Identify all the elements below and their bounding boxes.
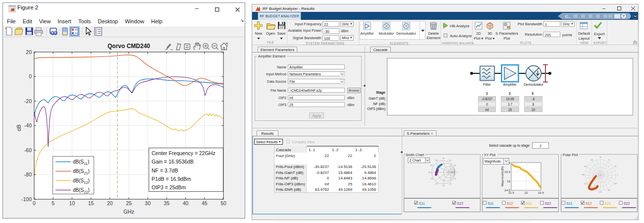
- svg-text:45: 45: [202, 200, 208, 206]
- svg-text:0: 0: [617, 174, 618, 176]
- svg-text:-150: -150: [430, 178, 433, 180]
- svg-text:Amplifier: Amplifier: [503, 83, 517, 87]
- svg-text:GHz: GHz: [123, 209, 134, 215]
- svg-text:Delete: Delete: [428, 31, 439, 36]
- svg-text:Plot ▾: Plot ▾: [474, 36, 483, 41]
- svg-text:Plot ▾: Plot ▾: [485, 36, 495, 41]
- svg-text:90: 90: [442, 158, 444, 160]
- svg-text:-80: -80: [24, 171, 32, 177]
- svg-text:XY Plot: XY Plot: [484, 153, 495, 157]
- svg-text:2: 2: [509, 92, 511, 95]
- svg-text:3: 3: [532, 92, 534, 95]
- svg-text:Demodulator: Demodulator: [524, 83, 544, 86]
- svg-text:-20: -20: [24, 98, 32, 104]
- svg-text:50: 50: [220, 200, 226, 206]
- svg-text:270: 270: [599, 191, 602, 193]
- svg-text:20: 20: [107, 200, 113, 206]
- svg-text:150: 150: [584, 166, 587, 167]
- svg-text:Demodulator: Demodulator: [396, 32, 417, 35]
- svg-text:3D: 3D: [487, 31, 492, 36]
- svg-text:22.5: 22.5: [538, 191, 544, 194]
- svg-text:S22: S22: [624, 201, 630, 206]
- svg-text:60: 60: [608, 159, 610, 161]
- svg-text:PLOTS: PLOTS: [520, 41, 532, 45]
- svg-text:20: 20: [26, 49, 32, 55]
- svg-text:?: ?: [622, 14, 625, 18]
- svg-text:-90: -90: [442, 185, 445, 187]
- svg-text:120: 120: [590, 159, 593, 161]
- svg-text:0: 0: [457, 171, 458, 173]
- svg-text:-120: -120: [435, 183, 438, 185]
- svg-text:FILE: FILE: [267, 41, 274, 44]
- svg-text:120: 120: [435, 160, 438, 162]
- svg-text:10: 10: [69, 200, 75, 206]
- svg-text:S21: S21: [526, 201, 532, 206]
- svg-text:C..: C..: [565, 14, 570, 19]
- svg-text:35: 35: [164, 200, 170, 206]
- svg-text:HARMONIC BALANCE: HARMONIC BALANCE: [442, 41, 474, 45]
- svg-text:Element: Element: [427, 36, 440, 40]
- svg-text:60: 60: [449, 160, 451, 162]
- svg-text:2D: 2D: [476, 31, 481, 36]
- svg-text:180: 180: [429, 171, 431, 173]
- svg-text:Export: Export: [594, 32, 605, 36]
- svg-text:-100: -100: [21, 196, 32, 202]
- svg-text:dB: dB: [16, 124, 22, 131]
- svg-text:Smith Chart: Smith Chart: [406, 153, 424, 157]
- svg-text:-60: -60: [449, 183, 451, 185]
- svg-text:Default: Default: [578, 31, 590, 36]
- svg-text:Auto-Analyze: Auto-Analyze: [450, 34, 472, 38]
- svg-text:14.5: 14.5: [504, 189, 510, 192]
- svg-text:Open: Open: [266, 31, 275, 36]
- svg-text:S11: S11: [419, 201, 425, 206]
- svg-text:0: 0: [33, 200, 36, 206]
- svg-text:S12: S12: [586, 201, 592, 206]
- svg-text:30: 30: [454, 165, 456, 167]
- svg-text:180: 180: [582, 174, 585, 176]
- svg-text:Filter: Filter: [483, 83, 491, 86]
- svg-text:25: 25: [126, 200, 132, 206]
- svg-text:90: 90: [599, 157, 601, 159]
- svg-text:S21: S21: [604, 201, 611, 206]
- svg-text:S12: S12: [507, 201, 513, 206]
- svg-text:S11: S11: [487, 201, 493, 206]
- svg-text:Amplifier: Amplifier: [360, 32, 374, 36]
- svg-text:S22: S22: [457, 201, 464, 206]
- svg-text:22: 22: [525, 191, 528, 194]
- svg-text:15: 15: [507, 180, 510, 183]
- svg-text:Center Frequency = 22GHz: Center Frequency = 22GHz: [152, 150, 215, 156]
- svg-text:30: 30: [145, 200, 151, 206]
- svg-text:Magnitude(dB): Magnitude(dB): [500, 167, 504, 187]
- svg-text:New: New: [255, 31, 263, 36]
- svg-text:5: 5: [52, 200, 54, 206]
- svg-text:Qorvo CMD240: Qorvo CMD240: [107, 43, 150, 50]
- svg-text:0: 0: [29, 73, 32, 79]
- svg-text:-60: -60: [24, 147, 32, 153]
- svg-text:Modulator: Modulator: [378, 32, 394, 35]
- svg-text:1: 1: [486, 92, 488, 95]
- svg-text:15: 15: [88, 200, 94, 206]
- svg-text:HB-Analyze: HB-Analyze: [450, 24, 470, 28]
- svg-text:NF = 3.7dB: NF = 3.7dB: [152, 167, 178, 173]
- svg-text:330: 330: [614, 183, 617, 185]
- svg-text:OIP3 = 25dBm: OIP3 = 25dBm: [152, 184, 186, 190]
- svg-text:40: 40: [183, 200, 189, 206]
- svg-text:Layout: Layout: [579, 36, 590, 41]
- svg-text:Polar Plot: Polar Plot: [563, 153, 578, 157]
- svg-text:150: 150: [430, 165, 433, 167]
- svg-text:EXPORT: EXPORT: [593, 41, 607, 45]
- svg-text:Magnitude..: Magnitude..: [484, 160, 503, 164]
- svg-text:210: 210: [584, 183, 587, 185]
- svg-text:300: 300: [608, 189, 611, 191]
- svg-text:30: 30: [615, 166, 617, 167]
- svg-text:Z Chart: Z Chart: [409, 159, 421, 162]
- svg-text:S11: S11: [566, 201, 572, 206]
- svg-text:-40: -40: [24, 122, 32, 128]
- svg-text:-30: -30: [454, 178, 456, 180]
- svg-text:Gain = 16.9536dB: Gain = 16.9536dB: [152, 159, 194, 165]
- svg-text:15.5: 15.5: [504, 170, 510, 173]
- svg-text:VIEW: VIEW: [580, 41, 589, 45]
- svg-text:S22: S22: [545, 201, 551, 206]
- svg-text:P1dB = 16.9dBm: P1dB = 16.9dBm: [152, 176, 191, 182]
